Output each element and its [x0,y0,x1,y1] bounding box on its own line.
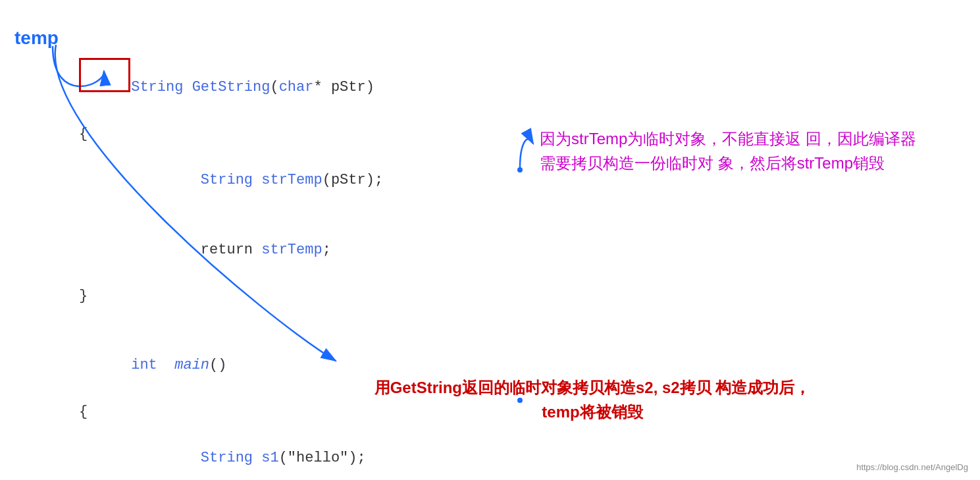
main-func: main [174,357,209,373]
code-line-blank [79,307,461,331]
watermark: https://blog.csdn.net/AngelDg [856,462,968,472]
temp-label: temp [14,28,59,49]
code-line-5: } [79,284,461,307]
type-string-2: String [201,172,253,188]
code-line-3: String strTemp(pStr); [79,146,461,215]
main-canvas: temp String GetString(char* pStr) { Stri [0,0,980,480]
s1-init: s1 [261,450,278,466]
annotation-strtemp: 因为strTemp为临时对象，不能直接返 回，因此编译器需要拷贝构造一份临时对 … [540,126,921,175]
code-line-2: { [79,122,461,146]
code-line-1: String GetString(char* pStr) [79,53,461,122]
strtemp-init: strTemp [261,172,322,188]
type-string-1: String [131,79,183,95]
code-line-9: String s1("hello"); [79,423,461,480]
red-rect-highlight [79,58,130,92]
svg-point-1 [517,167,523,173]
annotation-s2: 用GetString返回的临时对象拷贝构造s2, s2拷贝 构造成功后，temp… [369,375,816,424]
func-getstring: GetString [192,79,271,95]
return-strtemp: strTemp [261,242,322,258]
int-keyword: int [131,357,157,373]
code-line-4: return strTemp; [79,215,461,284]
type-char: char [279,79,314,95]
type-string-3: String [201,450,253,466]
